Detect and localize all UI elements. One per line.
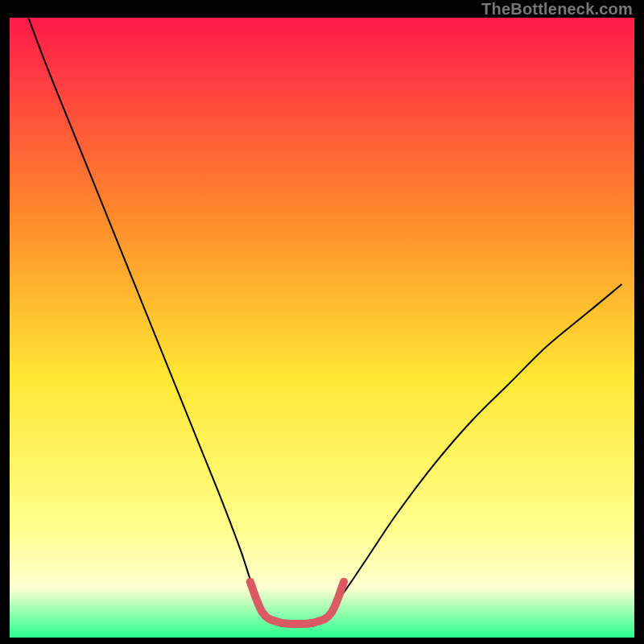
gradient-background <box>10 18 634 638</box>
chart-frame <box>10 18 634 638</box>
bottleneck-chart <box>10 18 634 638</box>
watermark-text: TheBottleneck.com <box>481 0 633 19</box>
